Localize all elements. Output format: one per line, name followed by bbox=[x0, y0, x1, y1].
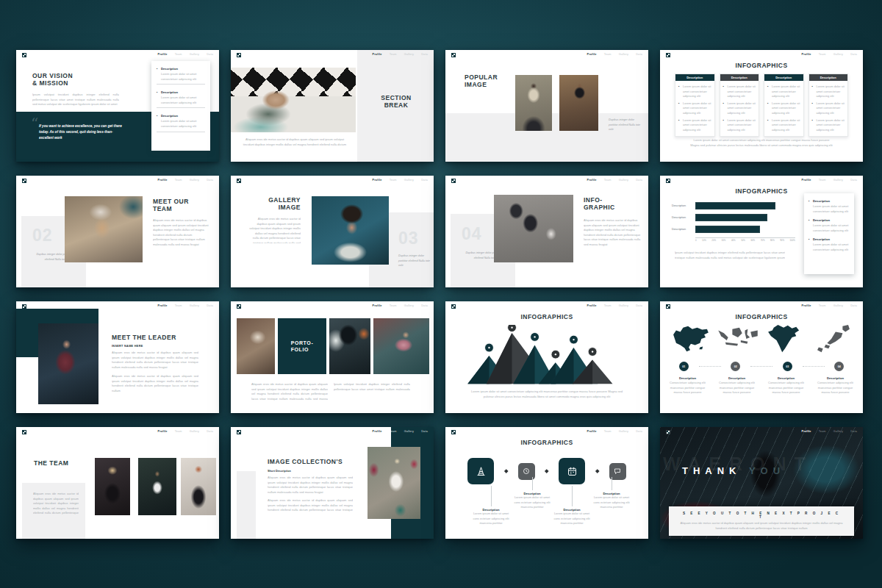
slide-section-break[interactable]: ProfileTeamGalleryData SECTIONBREAK Aliq… bbox=[231, 50, 434, 162]
insert-name-label: INSERT NAME HERE bbox=[112, 345, 143, 348]
connector-line bbox=[532, 477, 533, 490]
description-text: Lorem ipsum dolor sit amet cons ectetuer… bbox=[551, 512, 592, 526]
nav-item-data: Data bbox=[636, 53, 642, 56]
description-text: Consectetuer adipiscing elit maecenas po… bbox=[715, 381, 759, 395]
slide-header: ProfileTeamGalleryData bbox=[231, 50, 434, 60]
slide-gallery-image[interactable]: ProfileTeamGalleryData GALLERYIMAGE Aliq… bbox=[231, 176, 434, 287]
slide-infographics-maps[interactable]: ProfileTeamGalleryData INFOGRAPHICS bbox=[660, 301, 863, 413]
info-column: Description Lorem ipsum dolor sit amet c… bbox=[720, 74, 760, 137]
description-text: Lorem ipsum dolor sit amet consectetuer … bbox=[161, 96, 205, 105]
nav-item-team: Team bbox=[390, 304, 397, 307]
logo-mark-icon bbox=[22, 53, 26, 57]
slide-infographics-mountains[interactable]: ProfileTeamGalleryData INFOGRAPHICS Lore… bbox=[445, 301, 648, 413]
nav-item-profile: Profile bbox=[157, 53, 167, 56]
slide-title: INFO-GRAPHIC bbox=[584, 196, 615, 211]
slide-header: ProfileTeamGalleryData bbox=[16, 301, 219, 311]
nav-item-gallery: Gallery bbox=[833, 304, 843, 307]
description-text: Lorem ipsum dolor sit amet cons ectetuer… bbox=[591, 495, 632, 510]
slide-infographics-bars[interactable]: ProfileTeamGalleryData INFOGRAPHICS Desc… bbox=[660, 176, 863, 287]
description-text: Lorem ipsum dolor sit amet consectetuer … bbox=[813, 243, 850, 252]
slide-header: ProfileTeamGalleryData bbox=[445, 427, 648, 437]
photo-team-2 bbox=[138, 458, 176, 515]
photo-models-street bbox=[494, 195, 573, 262]
slide-meet-the-leader[interactable]: ProfileTeamGalleryData MEET THE LEADER I… bbox=[16, 301, 219, 413]
map-indonesia-icon bbox=[717, 323, 759, 354]
column-item: Lorem ipsum dolor sit amet consectetuer … bbox=[767, 85, 800, 99]
slide-image-collections[interactable]: ProfileTeamGalleryData IMAGE COLLECTION'… bbox=[231, 427, 434, 539]
tick-label: 10% bbox=[702, 239, 706, 242]
nav-item-profile: Profile bbox=[372, 53, 381, 56]
map-india-icon bbox=[764, 323, 806, 354]
tick-label: 90% bbox=[780, 239, 784, 242]
body-text: Ipsum volutpat tincidunt dapibus integer… bbox=[675, 251, 785, 261]
slide-nav: ProfileTeamGalleryData bbox=[587, 53, 642, 56]
divider bbox=[157, 84, 205, 85]
slide-popular-image[interactable]: ProfileTeamGalleryData POPULARIMAGE Dapi… bbox=[445, 50, 648, 162]
slide-title: GALLERYIMAGE bbox=[249, 196, 301, 211]
description-card: Description Lorem ipsum dolor sit amet c… bbox=[151, 61, 210, 151]
template-preview-canvas: ProfileTeamGalleryData OUR VISION& MISSI… bbox=[0, 0, 882, 588]
column-item: Lorem ipsum dolor sit amet consectetuer … bbox=[812, 118, 845, 133]
slide-meet-our-team[interactable]: ProfileTeamGalleryData 02 Dapibus intege… bbox=[16, 176, 219, 287]
slide-nav: ProfileTeamGalleryData bbox=[157, 179, 213, 182]
slide-title: MEET OURTEAM bbox=[153, 198, 189, 212]
mountain-chart bbox=[466, 325, 628, 387]
nav-item-data: Data bbox=[850, 53, 857, 56]
closing-card: S E E Y O U T O T H E N E X T P R O J E … bbox=[669, 506, 854, 536]
slide-nav: ProfileTeamGalleryData bbox=[372, 430, 428, 433]
slide-header: ProfileTeamGalleryData bbox=[16, 50, 219, 60]
nav-item-profile: Profile bbox=[157, 430, 167, 433]
slide-title: INFOGRAPHICS bbox=[445, 313, 648, 320]
diamond-connector-icon bbox=[545, 470, 549, 473]
bar-row: Description bbox=[672, 226, 795, 233]
nav-item-data: Data bbox=[636, 304, 642, 307]
slide-nav: ProfileTeamGalleryData bbox=[372, 53, 428, 56]
nav-item-data: Data bbox=[421, 430, 428, 433]
portfolio-title-tile: PORTO-FOLIO bbox=[278, 318, 326, 374]
slide-title: INFOGRAPHICS bbox=[445, 439, 648, 446]
description-label: Description bbox=[666, 376, 709, 380]
bar-row: Description bbox=[672, 202, 795, 209]
step-badge: 01 bbox=[679, 362, 689, 371]
nav-item-data: Data bbox=[636, 430, 642, 433]
slide-the-team[interactable]: ProfileTeamGalleryData THE TEAM Aliquam … bbox=[16, 427, 219, 539]
slide-portofolio[interactable]: ProfileTeamGalleryData PORTO-FOLIO Aliqu… bbox=[231, 301, 434, 413]
step-badge: 04 bbox=[834, 362, 844, 371]
nav-item-data: Data bbox=[850, 430, 857, 433]
column-item: Lorem ipsum dolor sit amet consectetuer … bbox=[678, 118, 711, 133]
slide-thank-you[interactable]: ProfileTeamGalleryData WAERONT THANK YOU… bbox=[660, 427, 863, 539]
nav-item-team: Team bbox=[819, 179, 826, 182]
slide-header: ProfileTeamGalleryData bbox=[660, 176, 863, 185]
nav-item-team: Team bbox=[604, 430, 612, 433]
divider bbox=[157, 132, 205, 132]
x-axis bbox=[695, 237, 795, 238]
slide-infographics-process[interactable]: ProfileTeamGalleryData INFOGRAPHICS bbox=[445, 427, 648, 539]
slide-vision-mission[interactable]: ProfileTeamGalleryData OUR VISION& MISSI… bbox=[16, 50, 219, 162]
description-label: Description bbox=[808, 237, 850, 241]
slide-title: POPULARIMAGE bbox=[465, 74, 498, 88]
photo-model-sitting bbox=[559, 75, 598, 131]
nav-item-data: Data bbox=[421, 179, 428, 182]
nav-item-gallery: Gallery bbox=[619, 179, 628, 182]
description-text: Lorem ipsum dolor sit amet consectetuer … bbox=[161, 119, 205, 129]
nav-item-gallery: Gallery bbox=[833, 179, 843, 182]
description-label: Description bbox=[157, 114, 205, 118]
slide-header: ProfileTeamGalleryData bbox=[445, 176, 648, 185]
slide-title: INFOGRAPHICS bbox=[660, 62, 863, 69]
nav-item-team: Team bbox=[819, 304, 826, 307]
body-text: Aliquam eros ide metus auctor id dapibus… bbox=[33, 492, 79, 515]
description-label: Description bbox=[764, 376, 808, 380]
logo-mark-icon bbox=[666, 179, 670, 183]
process-row bbox=[467, 458, 626, 484]
slide-infographics-columns[interactable]: ProfileTeamGalleryData INFOGRAPHICS Desc… bbox=[660, 50, 863, 162]
description-text: Lorem ipsum dolor sit amet consectetuer … bbox=[813, 204, 850, 214]
step-badge: 02 bbox=[731, 362, 740, 371]
slide-infographic-photo[interactable]: ProfileTeamGalleryData 04 Dapibus intege… bbox=[445, 176, 648, 287]
description-label: Description bbox=[814, 376, 857, 380]
description-text: Consectetuer adipiscing elit maecenas po… bbox=[666, 381, 709, 395]
slide-nav: ProfileTeamGalleryData bbox=[157, 430, 213, 433]
slide-nav: ProfileTeamGalleryData bbox=[587, 179, 642, 182]
nav-item-data: Data bbox=[636, 179, 642, 182]
thank-you-title: THANK YOU bbox=[682, 465, 785, 476]
nav-item-data: Data bbox=[850, 304, 857, 307]
